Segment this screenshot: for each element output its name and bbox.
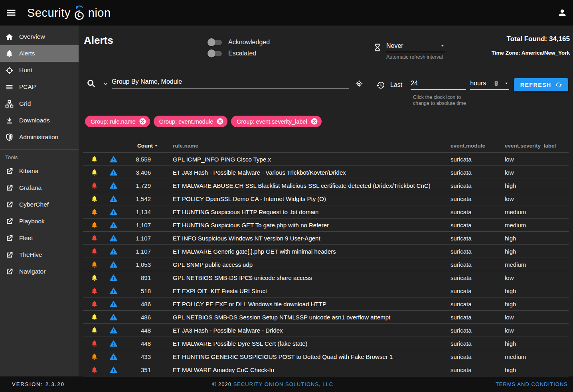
severity-bell-icon[interactable] (91, 287, 98, 295)
rule-name-cell[interactable]: ET HUNTING GENERIC SUSPICIOUS POST to Do… (152, 353, 450, 360)
table-row[interactable]: 486ET POLICY PE EXE or DLL Windows file … (83, 297, 569, 310)
toggle-track[interactable] (209, 51, 222, 56)
count-cell[interactable]: 891 (121, 274, 152, 281)
filter-chip[interactable]: Group: event.module (154, 116, 227, 127)
rule-name-cell[interactable]: ET EXPLOIT_KIT Fiesta URI Struct (152, 288, 450, 294)
alert-info-icon[interactable] (110, 156, 117, 163)
user-account-icon[interactable] (557, 8, 567, 18)
severity-cell[interactable]: medium (505, 353, 569, 360)
rule-name-cell[interactable]: ET MALWARE Generic gate[.].php GET with … (152, 248, 450, 255)
table-row[interactable]: 8,559GPL ICMP_INFO PING Cisco Type.xsuri… (83, 152, 569, 165)
severity-bell-icon[interactable] (91, 182, 98, 189)
table-row[interactable]: 448ET MALWARE Possible Dyre SSL Cert (fa… (83, 337, 569, 350)
history-icon[interactable] (376, 81, 385, 90)
severity-cell[interactable]: medium (505, 261, 569, 268)
escalated-toggle[interactable]: Escalated (209, 48, 270, 59)
severity-cell[interactable]: low (505, 314, 569, 321)
severity-cell[interactable]: high (505, 301, 569, 307)
severity-bell-icon[interactable] (91, 353, 98, 360)
count-cell[interactable]: 3,406 (121, 169, 152, 176)
crosshairs-gps-icon[interactable] (355, 80, 363, 88)
severity-bell-icon[interactable] (91, 221, 98, 229)
count-cell[interactable]: 1,107 (121, 222, 152, 229)
table-row[interactable]: 1,729ET MALWARE ABUSE.CH SSL Blacklist M… (83, 179, 569, 192)
sidebar-item-alerts[interactable]: Alerts (0, 45, 79, 62)
count-cell[interactable]: 1,729 (121, 182, 152, 189)
module-cell[interactable]: suricata (450, 182, 505, 189)
module-cell[interactable]: suricata (450, 353, 505, 360)
chip-close-icon[interactable] (310, 118, 318, 125)
module-cell[interactable]: suricata (450, 261, 505, 268)
rule-name-cell[interactable]: ET HUNTING Suspicious HTTP Request to .b… (152, 209, 450, 215)
sidebar-item-navigator[interactable]: Navigator (0, 263, 79, 280)
table-row[interactable]: 1,107ET INFO Suspicious Windows NT versi… (83, 231, 569, 244)
count-cell[interactable]: 486 (121, 314, 152, 321)
count-cell[interactable]: 351 (121, 366, 152, 373)
module-cell[interactable]: suricata (450, 288, 505, 294)
severity-cell[interactable]: high (505, 248, 569, 255)
rule-name-cell[interactable]: GPL ICMP_INFO PING Cisco Type.x (152, 156, 450, 163)
alert-info-icon[interactable] (110, 327, 117, 334)
toggle-knob[interactable] (207, 49, 215, 57)
module-cell[interactable]: suricata (450, 314, 505, 321)
column-rule-name[interactable]: rule.name (152, 143, 450, 149)
table-row[interactable]: 1,107ET HUNTING Suspicious GET To gate.p… (83, 218, 569, 231)
severity-bell-icon[interactable] (91, 195, 98, 203)
severity-bell-icon[interactable] (91, 169, 98, 176)
chip-close-icon[interactable] (139, 118, 146, 125)
rule-name-cell[interactable]: ET INFO Suspicious Windows NT version 9 … (152, 235, 450, 242)
severity-bell-icon[interactable] (91, 313, 98, 321)
severity-bell-icon[interactable] (91, 340, 98, 347)
search-icon[interactable] (86, 79, 97, 89)
severity-bell-icon[interactable] (91, 208, 98, 216)
time-unit-select[interactable]: hours (470, 80, 509, 90)
count-cell[interactable]: 448 (121, 340, 152, 347)
module-cell[interactable]: suricata (450, 169, 505, 176)
rule-name-cell[interactable]: ET MALWARE ABUSE.CH SSL Blacklist Malici… (152, 182, 450, 189)
severity-bell-icon[interactable] (91, 261, 98, 268)
sidebar-item-thehive[interactable]: TheHive (0, 246, 79, 263)
severity-cell[interactable]: low (505, 327, 569, 334)
table-row[interactable]: 1,107ET MALWARE Generic gate[.].php GET … (83, 244, 569, 258)
sidebar-item-playbook[interactable]: Playbook (0, 213, 79, 230)
sidebar-item-overview[interactable]: Overview (0, 28, 79, 45)
severity-bell-icon[interactable] (91, 300, 98, 308)
sidebar-item-pcap[interactable]: PCAP (0, 79, 79, 95)
column-count[interactable]: Count (121, 143, 152, 149)
sidebar-item-hunt[interactable]: Hunt (0, 62, 79, 79)
count-cell[interactable]: 518 (121, 288, 152, 294)
sort-desc-icon[interactable] (153, 143, 159, 149)
module-cell[interactable]: suricata (450, 195, 505, 202)
module-cell[interactable]: suricata (450, 274, 505, 281)
severity-bell-icon[interactable] (91, 156, 98, 163)
query-dropdown-icon[interactable] (102, 80, 109, 87)
rule-name-cell[interactable]: ET POLICY PE EXE or DLL Windows file dow… (152, 301, 450, 307)
table-row[interactable]: 1,134ET HUNTING Suspicious HTTP Request … (83, 205, 569, 218)
rule-name-cell[interactable]: GPL NETBIOS SMB-DS IPC$ unicode share ac… (152, 274, 450, 281)
query-input[interactable] (112, 78, 349, 85)
sidebar-item-grid[interactable]: Grid (0, 95, 79, 112)
module-cell[interactable]: suricata (450, 235, 505, 242)
table-row[interactable]: 433ET HUNTING GENERIC SUSPICIOUS POST to… (83, 350, 569, 363)
module-cell[interactable]: suricata (450, 366, 505, 373)
alert-info-icon[interactable] (110, 195, 117, 203)
alert-info-icon[interactable] (110, 208, 117, 216)
severity-cell[interactable]: low (505, 195, 569, 202)
severity-cell[interactable]: high (505, 182, 569, 189)
severity-cell[interactable]: low (505, 156, 569, 163)
module-cell[interactable]: suricata (450, 327, 505, 334)
alert-info-icon[interactable] (110, 313, 117, 321)
sidebar-item-grafana[interactable]: Grafana (0, 179, 79, 196)
module-cell[interactable]: suricata (450, 340, 505, 347)
severity-cell[interactable]: medium (505, 222, 569, 229)
menu-icon[interactable] (6, 7, 17, 18)
severity-bell-icon[interactable] (91, 248, 98, 255)
alert-info-icon[interactable] (110, 182, 117, 189)
alert-info-icon[interactable] (110, 169, 117, 176)
alert-info-icon[interactable] (110, 353, 117, 360)
alert-info-icon[interactable] (110, 274, 117, 282)
toggle-knob[interactable] (207, 38, 215, 46)
count-cell[interactable]: 1,134 (121, 209, 152, 215)
sidebar-item-fleet[interactable]: Fleet (0, 230, 79, 246)
severity-cell[interactable]: low (505, 169, 569, 176)
